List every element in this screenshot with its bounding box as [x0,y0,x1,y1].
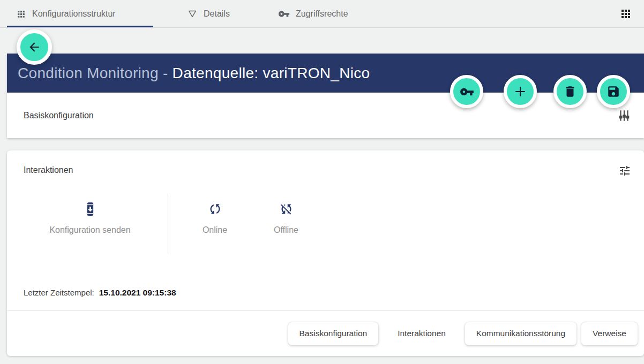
sync-icon [208,202,222,216]
footer-verweise-button[interactable]: Verweise [581,322,638,345]
filter-icon [187,9,198,19]
back-button[interactable] [17,29,52,65]
tab-label: Konfigurationsstruktur [32,9,116,19]
datasource-card: Condition Monitoring - Datenquelle: vari… [7,54,644,138]
send-configuration-button[interactable]: Konfiguration senden [31,202,149,235]
apps-grid-icon[interactable] [619,7,632,20]
tab-konfigurationsstruktur[interactable]: Konfigurationsstruktur [16,0,116,28]
access-rights-button[interactable] [450,75,483,108]
key-icon [278,8,290,20]
footer-basiskonfiguration-button[interactable]: Basiskonfiguration [288,322,379,345]
basiskonfiguration-label: Basiskonfiguration [24,111,94,120]
interaktionen-card: Interaktionen Konfiguration senden Onlin… [7,150,644,356]
top-tab-bar: Konfigurationsstruktur Details Zugriffsr… [0,0,644,28]
tune-icon[interactable] [618,164,631,177]
trash-icon [563,85,577,98]
page-title: Condition Monitoring - Datenquelle: vari… [18,65,370,82]
basiskonfiguration-row[interactable]: Basiskonfiguration [7,93,644,138]
send-to-device-icon [83,202,98,216]
save-icon [606,85,620,98]
online-label: Online [203,225,227,235]
tab-zugriffsrechte[interactable]: Zugriffsrechte [278,0,348,28]
tab-label: Details [204,9,230,19]
footer-interaktionen-label[interactable]: Interaktionen [394,329,449,338]
tab-label: Zugriffsrechte [296,9,348,19]
active-tab-indicator [7,26,153,27]
grid-icon [16,9,26,19]
plus-icon [512,84,528,100]
delete-button[interactable] [553,75,587,108]
last-timestamp-value: 15.10.2021 09:15:38 [99,288,176,297]
interaktionen-title: Interaktionen [24,165,73,175]
send-configuration-label: Konfiguration senden [49,225,130,235]
sync-disabled-icon [279,202,294,216]
offline-button[interactable]: Offline [227,202,345,235]
page-title-main: Datenquelle: variTRON_Nico [173,65,370,81]
footer-kommunikationsstoerung-button[interactable]: Kommunikationsstörung [465,322,576,345]
key-icon [460,85,474,99]
add-button[interactable] [504,75,537,108]
section-nav-footer: Basiskonfiguration Interaktionen Kommuni… [7,311,644,356]
vertical-sliders-icon[interactable] [617,109,631,123]
tab-details[interactable]: Details [187,0,230,28]
save-button[interactable] [597,75,630,108]
last-timestamp: Letzter Zeitstempel:15.10.2021 09:15:38 [24,288,176,298]
offline-label: Offline [274,225,298,235]
arrow-left-icon [27,40,41,54]
page-title-prefix: Condition Monitoring - [18,65,173,81]
datasource-header: Condition Monitoring - Datenquelle: vari… [7,54,644,93]
last-timestamp-label: Letzter Zeitstempel: [24,288,94,297]
